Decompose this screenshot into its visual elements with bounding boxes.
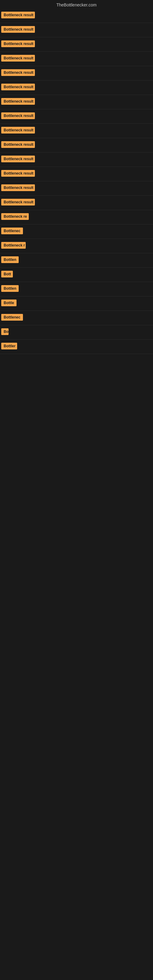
list-item: Bottleneck result bbox=[0, 138, 153, 153]
list-item: Bottleneck result bbox=[0, 196, 153, 210]
bottleneck-badge[interactable]: Bottle bbox=[1, 299, 16, 306]
bottleneck-badge[interactable]: Bottleneck result bbox=[1, 127, 35, 134]
list-item: Bottler bbox=[0, 340, 153, 354]
bottleneck-badge[interactable]: Bottleneck result bbox=[1, 112, 35, 119]
bottleneck-badge[interactable]: Bottleneck result bbox=[1, 185, 35, 191]
bottleneck-badge[interactable]: Bottlen bbox=[1, 256, 19, 263]
bottleneck-badge[interactable]: Bottleneck result bbox=[1, 141, 35, 148]
bottleneck-badge[interactable]: Bottleneck result bbox=[1, 12, 35, 18]
bottleneck-badge[interactable]: Bottleneck result bbox=[1, 55, 35, 62]
bottleneck-badge[interactable]: Bott bbox=[1, 271, 13, 277]
bottleneck-badge[interactable]: Bottleneck result bbox=[1, 84, 35, 90]
list-item: Bottleneck result bbox=[0, 153, 153, 167]
bottleneck-badge[interactable]: Bottleneck result bbox=[1, 199, 35, 205]
bottleneck-badge[interactable]: Bottleneck r bbox=[1, 242, 26, 249]
list-item: Bott bbox=[0, 268, 153, 282]
bottleneck-badge[interactable]: Bottler bbox=[1, 343, 17, 350]
list-item: Bottleneck r bbox=[0, 239, 153, 253]
list-item: Bottleneck result bbox=[0, 23, 153, 37]
list-item: Bottleneck result bbox=[0, 181, 153, 196]
list-item: Bottlen bbox=[0, 253, 153, 268]
bottleneck-badge[interactable]: Bottlen bbox=[1, 285, 19, 292]
bottleneck-badge[interactable]: Bottleneck re bbox=[1, 213, 29, 220]
bottleneck-badge[interactable]: Bottlenec bbox=[1, 228, 23, 234]
list-item: Bottlenec bbox=[0, 224, 153, 239]
bottleneck-badge[interactable]: Bottleneck result bbox=[1, 170, 35, 177]
list-item: Bottleneck result bbox=[0, 95, 153, 109]
bottleneck-badge[interactable]: Bottlenec bbox=[1, 314, 23, 321]
bottleneck-badge[interactable]: Bottleneck result bbox=[1, 156, 35, 162]
list-item: Bottleneck result bbox=[0, 167, 153, 181]
list-item: Bottleneck result bbox=[0, 109, 153, 124]
list-item: Bottleneck result bbox=[0, 81, 153, 95]
list-item: Bottlen bbox=[0, 282, 153, 296]
list-item: Bottleneck re bbox=[0, 210, 153, 224]
bottleneck-badge[interactable]: Bottleneck result bbox=[1, 69, 35, 76]
list-item: Bottlenec bbox=[0, 311, 153, 325]
list-item: Bottleneck result bbox=[0, 37, 153, 52]
bottleneck-badge[interactable]: Bottleneck result bbox=[1, 98, 35, 105]
list-item: Bottle bbox=[0, 296, 153, 311]
results-container: Bottleneck resultBottleneck resultBottle… bbox=[0, 9, 153, 354]
list-item: Bo bbox=[0, 325, 153, 340]
list-item: Bottleneck result bbox=[0, 66, 153, 81]
bottleneck-badge[interactable]: Bo bbox=[1, 328, 9, 335]
list-item: Bottleneck result bbox=[0, 9, 153, 23]
list-item: Bottleneck result bbox=[0, 52, 153, 66]
list-item: Bottleneck result bbox=[0, 124, 153, 138]
bottleneck-badge[interactable]: Bottleneck result bbox=[1, 26, 35, 33]
bottleneck-badge[interactable]: Bottleneck result bbox=[1, 40, 35, 47]
site-title: TheBottlenecker.com bbox=[0, 0, 153, 9]
